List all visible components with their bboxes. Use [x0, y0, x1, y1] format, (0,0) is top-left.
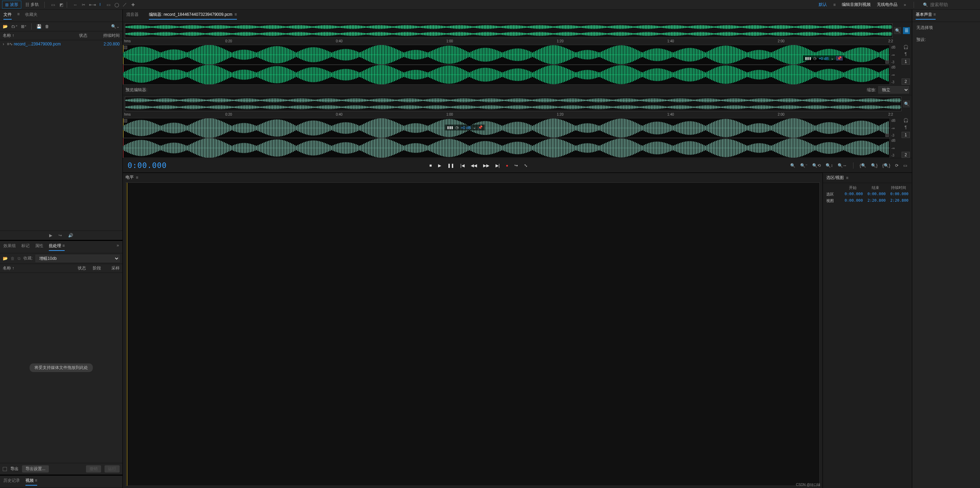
batch-col-status[interactable]: 状态: [78, 265, 93, 271]
workspace-menu-icon[interactable]: ≡: [833, 2, 835, 7]
play-button[interactable]: ▶: [438, 163, 441, 168]
open-file-icon[interactable]: 📂: [3, 256, 8, 261]
play-icon[interactable]: ▶: [49, 233, 52, 238]
time-selection-tool-icon[interactable]: Ｉ: [97, 2, 103, 8]
chevron-down-icon[interactable]: ⌄: [831, 56, 834, 61]
rewind-button[interactable]: ◀◀: [471, 163, 477, 168]
waveform-mode-button[interactable]: ⊞ 波形: [2, 1, 21, 9]
heal-tool-icon[interactable]: ✚: [130, 2, 136, 7]
corner-handle-icon[interactable]: [885, 60, 889, 64]
move-tool-icon[interactable]: ↔: [73, 2, 78, 7]
files-col-name[interactable]: 名称 ↑: [3, 33, 79, 38]
record-button[interactable]: ●: [506, 163, 508, 168]
panel-overflow-icon[interactable]: »: [116, 243, 119, 251]
link-time-icon[interactable]: ▭: [903, 163, 907, 168]
spectral-frequency-icon[interactable]: ▭: [50, 2, 56, 7]
copy-icon[interactable]: ⧉: [18, 256, 21, 261]
export-checkbox[interactable]: [3, 467, 7, 471]
headphone-icon[interactable]: 🎧: [903, 118, 908, 123]
brush-tool-icon[interactable]: ／: [122, 2, 127, 8]
tab-effects-group[interactable]: 效果组: [3, 243, 16, 251]
help-search-input[interactable]: [930, 2, 978, 7]
lasso-tool-icon[interactable]: ◯: [114, 2, 119, 7]
delete-icon[interactable]: 🗑: [11, 256, 15, 261]
zoom-reset-icon[interactable]: 🔍⟲: [812, 163, 821, 168]
favorites-dropdown[interactable]: 增幅10db: [35, 255, 120, 262]
channel-badge-2[interactable]: 2: [902, 78, 910, 85]
workspace-default[interactable]: 默认: [819, 2, 827, 8]
workspace-radio[interactable]: 无线电作品: [877, 2, 897, 8]
record-new-icon[interactable]: 🗀⁺: [11, 24, 18, 29]
editor-channel-2-waveform[interactable]: [123, 65, 890, 85]
file-row[interactable]: › ≡∿ record_...239479009.pcm 2:20.800: [0, 40, 123, 48]
view-dur[interactable]: 2:20.800: [889, 198, 908, 203]
channel-badge-1[interactable]: 1: [902, 59, 910, 65]
tuning-fork-icon[interactable]: ¶: [905, 125, 907, 130]
levels-meter[interactable]: [126, 182, 820, 486]
go-start-button[interactable]: |◀: [460, 163, 465, 168]
zoom-in-time-icon[interactable]: 🔍: [790, 163, 795, 168]
tab-properties[interactable]: 属性: [35, 243, 43, 251]
auto-play-icon[interactable]: 🔊: [68, 233, 73, 238]
headphone-icon[interactable]: 🎧: [903, 45, 908, 49]
pause-button[interactable]: ❚❚: [447, 163, 454, 168]
stop-button[interactable]: ■: [430, 163, 432, 168]
marquee-tool-icon[interactable]: ▭: [105, 2, 111, 7]
preview-time-ruler[interactable]: hms 0:20 0:40 1:00 1:20 1:40 2:00 2:2: [123, 113, 912, 118]
tab-essential-sound[interactable]: 基本声音 ≡: [916, 12, 935, 20]
corner-handle-icon[interactable]: [885, 134, 889, 137]
run-button[interactable]: 运行: [105, 465, 120, 472]
volume-hud[interactable]: ▮▮▮ ◷ +0 dB ⌄ 📌: [803, 56, 845, 61]
preview-volume-hud[interactable]: ▮▮▮ ◷ +0 dB ⌄ 📌: [445, 124, 485, 131]
chevron-down-icon[interactable]: ⌄: [473, 125, 476, 130]
preview-overview-waveform[interactable]: [125, 97, 902, 111]
tab-favorites[interactable]: 收藏夹: [25, 12, 38, 20]
preview-channel-2-waveform[interactable]: [123, 138, 890, 158]
sel-start[interactable]: 0:00.000: [843, 192, 863, 197]
zoom-sel-in-icon[interactable]: {🔍: [860, 163, 866, 168]
overview-search-icon[interactable]: 🔍: [894, 27, 901, 34]
tuning-fork-icon[interactable]: ¶: [905, 52, 907, 56]
sel-end[interactable]: 0:00.000: [865, 192, 885, 197]
tab-batch[interactable]: 批处理 ≡: [49, 243, 65, 251]
slip-tool-icon[interactable]: ⇤⇥: [89, 2, 95, 7]
overview-list-icon[interactable]: ☰: [903, 27, 910, 34]
multitrack-mode-button[interactable]: ☷ 多轨: [23, 1, 41, 8]
loop-icon[interactable]: ↪: [59, 233, 62, 238]
preview-zoom-dropdown[interactable]: 独立: [878, 86, 909, 94]
tab-history[interactable]: 历史记录: [3, 478, 20, 486]
refresh-icon[interactable]: ⟳: [895, 163, 899, 168]
workspace-edit-to-video[interactable]: 编辑音频到视频: [842, 2, 871, 8]
overview-search-icon[interactable]: 🔍: [903, 100, 910, 107]
skip-selection-button[interactable]: ⤡: [524, 163, 528, 168]
tab-editor[interactable]: 编辑器: record_18446744073239479009.pcm≡: [149, 12, 237, 20]
pin-icon[interactable]: 📌: [478, 125, 483, 130]
channel-badge-1[interactable]: 1: [902, 132, 910, 138]
files-col-status[interactable]: 状态: [79, 33, 95, 38]
export-settings-button[interactable]: 导出设置...: [22, 465, 49, 472]
delete-icon[interactable]: 🗑: [45, 24, 49, 29]
workspace-overflow-icon[interactable]: »: [904, 2, 906, 7]
zoom-sel-out-icon[interactable]: 🔍}: [871, 163, 878, 168]
editor-tab-menu-icon[interactable]: ≡: [234, 12, 237, 17]
zoom-amp-in-icon[interactable]: 🔍↕: [826, 163, 833, 168]
batch-col-phase[interactable]: 阶段: [93, 265, 108, 271]
selection-view-menu-icon[interactable]: ≡: [846, 175, 848, 180]
sel-dur[interactable]: 0:00.000: [889, 192, 908, 197]
tab-markers[interactable]: 标记: [21, 243, 30, 251]
essential-sound-menu-icon[interactable]: ≡: [933, 12, 935, 17]
editor-channel-1-waveform[interactable]: ▮▮▮ ◷ +0 dB ⌄ 📌: [123, 45, 890, 65]
view-end[interactable]: 2:20.800: [865, 198, 885, 203]
batch-col-name[interactable]: 名称 ↑: [3, 265, 78, 271]
razor-tool-icon[interactable]: ✂: [81, 2, 86, 7]
spectral-pitch-icon[interactable]: ◩: [59, 2, 64, 7]
tab-video[interactable]: 视频 ≡: [25, 478, 37, 486]
expand-icon[interactable]: ›: [3, 41, 7, 46]
channel-badge-2[interactable]: 2: [902, 152, 910, 158]
batch-col-sample[interactable]: 采样: [108, 265, 120, 271]
tab-mixer[interactable]: 混音器: [126, 12, 138, 20]
files-col-duration[interactable]: 持续时间: [95, 33, 120, 38]
forward-button[interactable]: ▶▶: [483, 163, 489, 168]
transport-time[interactable]: 0:00.000: [127, 161, 167, 170]
new-multitrack-icon[interactable]: ⊞⁺: [21, 24, 27, 29]
